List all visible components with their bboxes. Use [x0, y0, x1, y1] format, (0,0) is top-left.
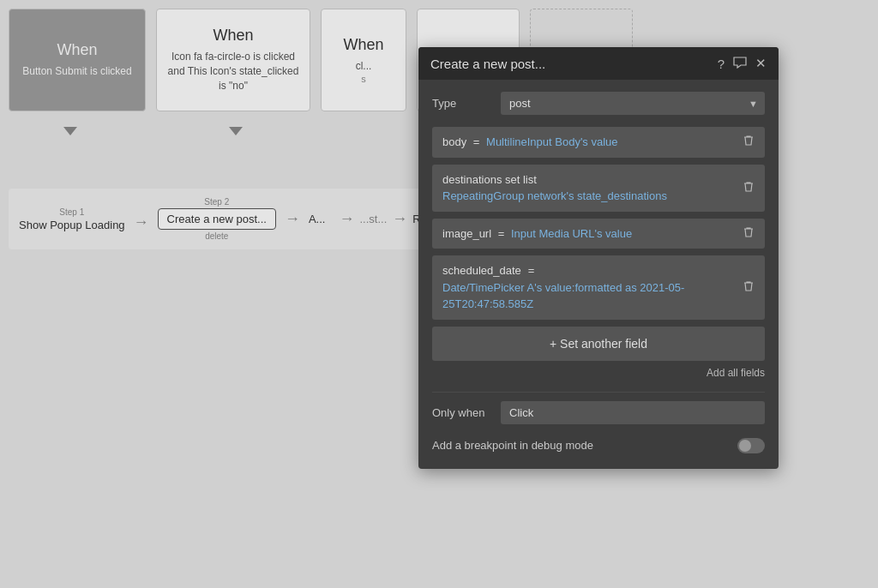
field-scheduled-date-delete[interactable] — [743, 280, 755, 295]
field-destinations-delete[interactable] — [743, 181, 755, 195]
type-row: Type post ▼ — [432, 92, 765, 115]
type-select-wrapper: post ▼ — [501, 92, 765, 115]
add-all-fields-button[interactable]: Add all fields — [707, 367, 765, 379]
type-select[interactable]: post — [501, 92, 765, 115]
only-when-input[interactable] — [501, 401, 765, 424]
field-image-url-key: image_url — [442, 227, 491, 240]
add-all-fields-container: Add all fields — [432, 364, 765, 380]
modal-body: Type post ▼ body = MultilineInput Body's… — [418, 80, 779, 469]
field-row-body[interactable]: body = MultilineInput Body's value — [432, 127, 765, 158]
field-destinations-value: RepeatingGroup network's state_destinati… — [442, 188, 667, 205]
modal-separator — [432, 392, 765, 393]
field-destinations-key: destinations set list — [442, 171, 537, 189]
breakpoint-toggle[interactable] — [737, 438, 765, 453]
modal-title: Create a new post... — [430, 57, 545, 71]
field-body-eq: = — [473, 135, 483, 148]
create-post-modal: Create a new post... ? ✕ Type post ▼ — [418, 47, 779, 469]
field-row-image-url[interactable]: image_url = Input Media URL's value — [432, 219, 765, 249]
field-body-content: body = MultilineInput Body's value — [442, 134, 736, 151]
chat-button[interactable] — [733, 57, 747, 71]
field-image-url-eq: = — [498, 227, 508, 240]
modal-header: Create a new post... ? ✕ — [418, 47, 779, 80]
field-row-destinations[interactable]: destinations set list RepeatingGroup net… — [432, 165, 765, 212]
only-when-label: Only when — [432, 406, 501, 419]
breakpoint-row: Add a breakpoint in debug mode — [432, 435, 765, 457]
breakpoint-label: Add a breakpoint in debug mode — [432, 439, 593, 452]
field-destinations-content: destinations set list RepeatingGroup net… — [442, 171, 736, 205]
field-scheduled-date-eq: = — [528, 262, 535, 279]
toggle-knob — [739, 440, 751, 452]
modal-header-icons: ? ✕ — [718, 56, 767, 71]
field-body-key: body — [442, 135, 466, 148]
set-another-field-button[interactable]: + Set another field — [432, 327, 765, 361]
field-scheduled-date-value: Date/TimePicker A's value:formatted as 2… — [442, 279, 736, 313]
field-scheduled-date-content: scheduled_date = Date/TimePicker A's val… — [442, 262, 736, 313]
field-image-url-content: image_url = Input Media URL's value — [442, 225, 736, 243]
field-row-scheduled-date[interactable]: scheduled_date = Date/TimePicker A's val… — [432, 255, 765, 320]
type-label: Type — [432, 97, 501, 110]
field-body-delete[interactable] — [743, 135, 755, 149]
close-button[interactable]: ✕ — [755, 56, 767, 71]
field-scheduled-date-key: scheduled_date — [442, 262, 521, 279]
help-button[interactable]: ? — [718, 57, 725, 71]
field-image-url-value: Input Media URL's value — [511, 227, 632, 240]
only-when-row: Only when — [432, 401, 765, 424]
field-image-url-delete[interactable] — [743, 226, 755, 241]
field-body-value: MultilineInput Body's value — [486, 135, 618, 148]
